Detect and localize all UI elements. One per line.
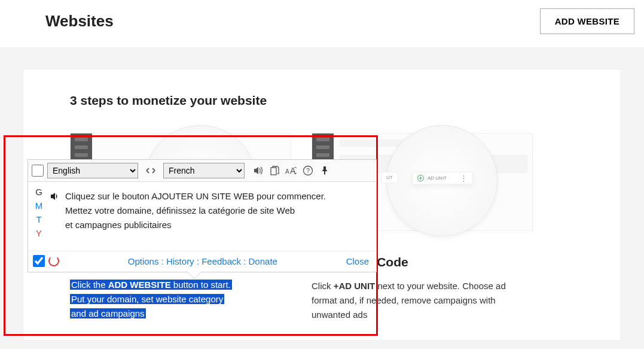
provider-google[interactable]: G [33, 187, 45, 199]
speak-translation-icon[interactable] [48, 190, 60, 202]
translator-pin-checkbox[interactable] [32, 165, 44, 177]
donate-link[interactable]: Donate [249, 256, 277, 266]
pin-icon[interactable] [319, 165, 331, 177]
translator-popup: English French AA ? G M T Y Cliquez sur … [28, 159, 377, 272]
feedback-link[interactable]: Feedback [202, 256, 241, 266]
provider-microsoft[interactable]: M [33, 201, 45, 213]
translator-auto-checkbox[interactable] [33, 255, 45, 267]
provider-column: G M T Y [33, 187, 48, 240]
translator-toolbar: English French AA ? [28, 160, 376, 182]
translation-text: Cliquez sur le bouton AJOUTER UN SITE WE… [65, 189, 368, 240]
options-link[interactable]: Options [128, 256, 159, 266]
add-website-button[interactable]: ADD WEBSITE [540, 8, 634, 34]
swap-icon [145, 166, 157, 175]
listen-icon[interactable] [252, 165, 264, 177]
provider-translator[interactable]: T [33, 214, 45, 226]
target-language-select[interactable]: French [163, 163, 245, 178]
spinner-icon [48, 256, 59, 266]
source-language-select[interactable]: English [47, 163, 138, 178]
plus-circle-icon: + [417, 175, 424, 181]
close-link[interactable]: Close [346, 256, 369, 266]
panel-title: 3 steps to monetize your website [70, 93, 574, 108]
ad-unit-pill: + AD UNIT ⋮ [412, 172, 473, 184]
svg-text:?: ? [306, 167, 310, 174]
provider-yandex[interactable]: Y [33, 228, 45, 240]
help-icon[interactable]: ? [302, 165, 314, 177]
pill-left-stub: UT [381, 172, 398, 183]
copy-icon[interactable] [268, 165, 280, 177]
svg-rect-0 [271, 168, 276, 175]
font-size-icon[interactable]: AA [285, 165, 297, 177]
step-1-text: Click the ADD WEBSITE button to start. P… [70, 278, 291, 321]
step-2-text: Click +AD UNIT next to your website. Cho… [312, 279, 533, 322]
page-title: Websites [45, 12, 114, 31]
translator-footer: Options : History : Feedback : Donate Cl… [28, 251, 376, 272]
swap-languages-button[interactable] [142, 163, 160, 178]
svg-text:A: A [285, 168, 289, 175]
history-link[interactable]: History [166, 256, 194, 266]
